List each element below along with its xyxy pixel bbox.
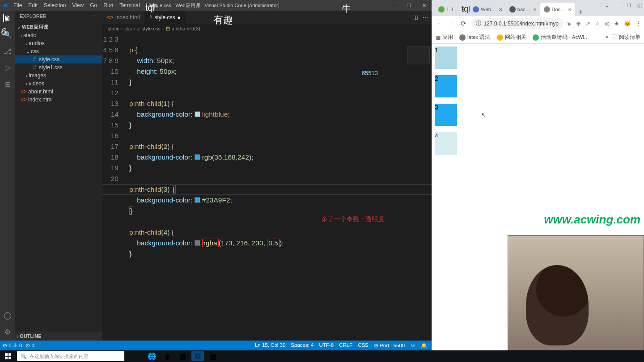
- code-content[interactable]: p { width: 50px; height: 50px; } p:nth-c…: [129, 34, 284, 259]
- maximize-icon[interactable]: ☐: [401, 0, 416, 11]
- line-gutter: 1 2 3 4 5 6 7 8 9 10 11 12 13 14 15 16 1…: [102, 33, 125, 184]
- close-icon[interactable]: ✕: [533, 7, 537, 12]
- run-debug-icon[interactable]: ▷: [5, 63, 10, 72]
- menu-selection[interactable]: Selection: [41, 1, 68, 9]
- windows-taskbar[interactable]: 🔍在这里输入你要搜索的内容 ▭ 🌐 ◉ ▦ ⧉ ▤: [0, 350, 644, 362]
- ext1-icon[interactable]: ◎: [605, 20, 610, 27]
- explorer-header: EXPLORER: [20, 13, 47, 19]
- statusbar[interactable]: ⊘ 0 ⚠ 0 ⊙ 0 Ln 15, Col 30 Spaces: 4 UTF-…: [0, 341, 432, 350]
- minimap[interactable]: [407, 46, 430, 64]
- account-icon[interactable]: ◯: [4, 311, 12, 320]
- settings-icon[interactable]: ⚙: [4, 328, 11, 336]
- start-button[interactable]: [0, 350, 16, 362]
- browser-tab-0[interactable]: 1.3 …✕: [435, 3, 469, 16]
- status-liveserver[interactable]: ⊘ Port : 5500: [374, 342, 405, 349]
- tree-item-css[interactable]: ⌄css: [15, 47, 102, 55]
- browser-tab-2[interactable]: bac…✕: [506, 3, 540, 16]
- new-tab-button[interactable]: +: [575, 8, 586, 16]
- zoom-icon[interactable]: ⊕: [576, 20, 581, 27]
- outline-section[interactable]: ›OUTLINE: [15, 332, 102, 341]
- search-icon[interactable]: 🔍: [3, 30, 12, 39]
- forward-icon[interactable]: →: [447, 20, 456, 27]
- random-number-overlay: 65513: [362, 70, 378, 76]
- chrome-taskbar-icon[interactable]: 🌐: [146, 351, 158, 361]
- feedback-icon[interactable]: ☺: [410, 342, 415, 349]
- tree-item-audios[interactable]: ›audios: [15, 39, 102, 47]
- tree-item-static[interactable]: ›static: [15, 31, 102, 39]
- chrome-menu-icon[interactable]: ⋮: [636, 20, 641, 27]
- split-editor-icon[interactable]: ◫: [413, 14, 418, 21]
- tab-style-css[interactable]: #style.css●: [145, 11, 186, 24]
- status-eol[interactable]: CRLF: [339, 342, 352, 349]
- menubar[interactable]: File Edit Selection View Go Run Terminal…: [11, 1, 160, 9]
- browser-minimize-icon[interactable]: ⌄: [605, 3, 609, 9]
- apps-shortcut[interactable]: ▦应用: [436, 34, 453, 41]
- calc-taskbar-icon[interactable]: ▤: [207, 351, 219, 361]
- bookmark-acwing[interactable]: 活动邀请码 - AcWi…: [533, 34, 589, 41]
- activitybar: 🗎 🔍 ⎇ ▷ ⊞ ◯ ⚙: [0, 11, 15, 341]
- svg-rect-2: [5, 357, 8, 359]
- status-spaces[interactable]: Spaces: 4: [291, 342, 314, 349]
- vscode-taskbar-icon[interactable]: ⧉: [191, 351, 204, 361]
- tree-item-index-html[interactable]: <>index.html: [15, 96, 102, 104]
- bookmark-star-icon[interactable]: ☆: [595, 20, 600, 27]
- browser-tab-1[interactable]: Web…✕: [469, 3, 505, 16]
- extensions-puzzle-icon[interactable]: ★: [614, 20, 619, 27]
- browser-close-icon[interactable]: ⓘ: [637, 3, 642, 9]
- tree-item-images[interactable]: ›images: [15, 72, 102, 80]
- close-icon[interactable]: ✕: [568, 7, 572, 12]
- back-icon[interactable]: ←: [435, 20, 444, 27]
- menu-go[interactable]: Go: [87, 1, 100, 9]
- taskbar-search[interactable]: 🔍在这里输入你要搜索的内容: [17, 351, 124, 361]
- tab-index-html[interactable]: <>index.html: [102, 11, 145, 24]
- close-icon[interactable]: ✕: [462, 7, 466, 12]
- bookmarks-overflow-icon[interactable]: »: [606, 34, 608, 41]
- close-icon[interactable]: ✕: [416, 0, 432, 11]
- bookmark-site[interactable]: 网站相关: [497, 34, 526, 41]
- close-icon[interactable]: ✕: [499, 7, 502, 12]
- extensions-icon[interactable]: ⊞: [5, 80, 11, 88]
- box-4: 4: [435, 132, 457, 155]
- watermark-text: www.acwing.com: [544, 213, 640, 227]
- sidebar-more-icon[interactable]: ⋯: [93, 13, 98, 19]
- menu-edit[interactable]: Edit: [25, 1, 40, 9]
- port-status[interactable]: ⊙ 0: [25, 342, 34, 349]
- editor-group: <>index.html #style.css● ◫ ⋯ static› css…: [102, 11, 432, 341]
- tree-item-style1-css[interactable]: #style1.css: [15, 63, 102, 72]
- app3-taskbar-icon[interactable]: ▦: [176, 351, 189, 361]
- tree-item-videos[interactable]: ›videos: [15, 80, 102, 88]
- site-info-icon[interactable]: ⓘ: [476, 20, 481, 27]
- minimize-icon[interactable]: —: [386, 0, 401, 11]
- browser-maximize-icon[interactable]: ☐: [627, 3, 631, 9]
- reading-list-button[interactable]: ▤ 阅读清单: [612, 34, 640, 41]
- bookmark-latex[interactable]: latex 语法: [459, 34, 491, 41]
- menu-terminal[interactable]: Terminal: [117, 1, 142, 9]
- menu-file[interactable]: File: [11, 1, 25, 9]
- share-icon[interactable]: ↗: [585, 20, 590, 27]
- task-view-icon[interactable]: ▭: [131, 351, 143, 361]
- status-encoding[interactable]: UTF-8: [319, 342, 334, 349]
- app2-taskbar-icon[interactable]: ◉: [161, 351, 174, 361]
- reload-icon[interactable]: ⟳: [459, 20, 468, 28]
- code-editor[interactable]: 1 2 3 4 5 6 7 8 9 10 11 12 13 14 15 16 1…: [102, 33, 432, 341]
- svg-rect-0: [5, 353, 8, 356]
- tree-item-style-css[interactable]: #style.css: [15, 55, 102, 63]
- project-header[interactable]: ⌄WEB应用课: [15, 22, 102, 31]
- source-control-icon[interactable]: ⎇: [4, 47, 12, 55]
- menu-run[interactable]: Run: [101, 1, 116, 9]
- url-input[interactable]: ⓘ127.0.0.1:5500/index.html#myp: [471, 18, 563, 29]
- tree-item-about-html[interactable]: <>about.html: [15, 88, 102, 96]
- bell-icon[interactable]: 🔔: [421, 342, 427, 349]
- breadcrumb[interactable]: static› css› #style.css› ⊞p:nth-child(3): [102, 24, 432, 33]
- menu-view[interactable]: View: [69, 1, 86, 9]
- status-lang[interactable]: CSS: [358, 342, 369, 349]
- profile-avatar-icon[interactable]: 🐱: [624, 20, 631, 27]
- editor-more-icon[interactable]: ⋯: [423, 14, 428, 21]
- status-lncol[interactable]: Ln 15, Col 30: [255, 342, 285, 349]
- errors-count[interactable]: ⊘ 0 ⚠ 0: [3, 342, 22, 349]
- browser-minimize2-icon[interactable]: —: [615, 3, 620, 9]
- browser-tab-3[interactable]: ◌Doc…✕: [540, 3, 576, 16]
- translate-icon[interactable]: 🗛: [566, 20, 572, 27]
- explorer-icon[interactable]: 🗎: [3, 14, 11, 22]
- titlebar[interactable]: ⧉ File Edit Selection View Go Run Termin…: [0, 0, 432, 11]
